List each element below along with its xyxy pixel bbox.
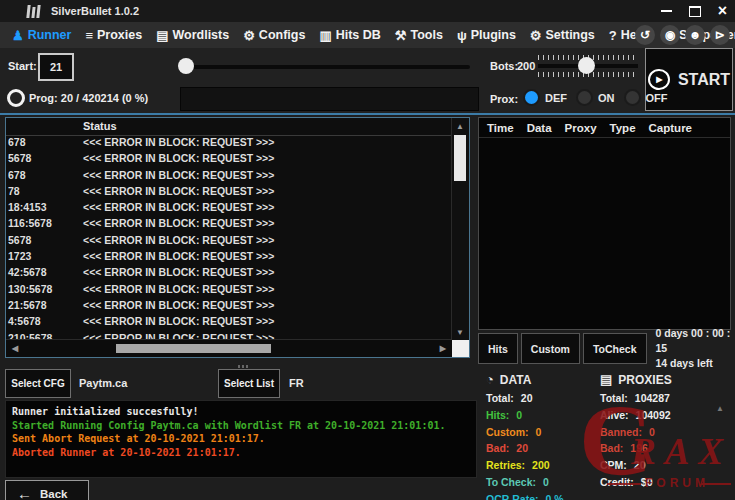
prox-label: Prox: [490,93,518,105]
history-icon[interactable]: ↺ [635,25,655,45]
start-slider-thumb[interactable] [178,58,194,74]
menu-item-label: Proxies [97,28,142,42]
stat-label: To Check: [486,476,536,488]
data-panel-rows: Total: 20 Hits: 0 Custom: 0 Bad: 20 [486,392,598,500]
horizontal-scrollbar[interactable]: ◀ ▶ [6,339,452,357]
start-button-label: START [678,71,730,89]
menu-item[interactable]: ▥ Hits DB [312,28,387,43]
select-wordlist-button[interactable]: Select List [218,369,280,398]
result-row[interactable]: 21:5678 <<< ERROR IN BLOCK: REQUEST >>> [6,298,452,314]
menu-item[interactable]: ≡ Proxies [78,28,149,43]
hits-filter-button[interactable]: ToCheck [583,333,647,364]
start-input[interactable]: 21 [38,53,74,81]
result-row-status: <<< ERROR IN BLOCK: REQUEST >>> [83,152,274,164]
menu-item[interactable]: ⚒ Tools [388,28,450,43]
result-row[interactable]: 116:5678 <<< ERROR IN BLOCK: REQUEST >>> [6,216,452,232]
radio-icon [523,89,540,106]
scroll-up-icon[interactable]: ▲ [456,122,464,131]
person-icon: ♟ [12,28,24,43]
menu-item[interactable]: ψ Plugins [450,28,523,43]
tools-icon: ⚒ [395,28,407,43]
window-title: SilverBullet 1.0.2 [51,5,139,17]
result-row[interactable]: 5678 <<< ERROR IN BLOCK: REQUEST >>> [6,151,452,167]
progress-spinner-icon [7,89,25,107]
prox-radio-label: DEF [545,92,567,104]
splitter-handle[interactable] [238,365,250,368]
results-grid-rows: 678 <<< ERROR IN BLOCK: REQUEST >>> 5678… [6,135,452,340]
result-row[interactable]: 18:4153 <<< ERROR IN BLOCK: REQUEST >>> [6,200,452,216]
stat-label: Hits: [486,409,509,421]
hits-column-header: Time [487,122,514,134]
quick-buttons: ↺ ◉ ☻ ⊳ [635,25,730,45]
log-line: Sent Abort Request at 20-10-2021 21:01:1… [12,432,470,446]
progress-bar [180,87,479,111]
menu-item[interactable]: ⚙ Configs [236,28,312,43]
camera-icon[interactable]: ◉ [660,25,680,45]
prox-radio-label: OFF [646,92,668,104]
result-row[interactable]: 130:5678 <<< ERROR IN BLOCK: REQUEST >>> [6,282,452,298]
stat-row: Bad: 196 [600,442,734,459]
stat-label: Bad: [486,442,509,454]
selected-wordlist-value: FR [289,377,304,389]
result-row[interactable]: 42:5678 <<< ERROR IN BLOCK: REQUEST >>> [6,265,452,281]
help-icon: ? [609,28,617,43]
back-button[interactable]: ← Back [5,480,89,500]
menu-items: ♟ Runner ≡ Proxies ▤ Wordlists ⚙ Configs [5,22,735,48]
stat-value: 200 [532,459,550,471]
pages-icon: ▤ [156,28,168,43]
maximize-button[interactable] [689,6,701,17]
hits-filter-button[interactable]: Hits [478,333,518,364]
stat-row: CPM: 20 [600,459,734,476]
prox-radio-option[interactable]: ON [576,89,615,106]
result-row[interactable]: 5678 <<< ERROR IN BLOCK: REQUEST >>> [6,233,452,249]
result-row-value: 18:4153 [8,201,47,213]
prox-radio-group: DEF ON OFF [523,89,668,106]
data-panel-header: ◔ DATA [486,372,598,387]
data-panel: ◔ DATA Total: 20 Hits: 0 Custom: 0 [486,372,598,500]
progress-text: Prog: 20 / 420214 (0 %) [29,92,148,104]
bots-slider-thumb[interactable] [578,57,595,74]
result-row[interactable]: 1723 <<< ERROR IN BLOCK: REQUEST >>> [6,249,452,265]
license-days-left: 14 days left [656,356,734,371]
close-button[interactable]: × [718,4,727,18]
menu-item[interactable]: ♟ Runner [5,28,78,43]
scroll-left-icon[interactable]: ◀ [12,344,18,353]
hits-filter-button[interactable]: Custom [521,333,580,364]
horizontal-scrollbar-thumb[interactable] [116,344,271,353]
proxies-panel-title: PROXIES [618,373,671,387]
minimize-button[interactable] [661,10,672,12]
menu-item-label: Hits DB [336,28,381,42]
result-row[interactable]: 678 <<< ERROR IN BLOCK: REQUEST >>> [6,168,452,184]
menu-item[interactable]: ▤ Wordlists [149,28,236,43]
discord-icon[interactable]: ☻ [685,25,705,45]
vertical-scrollbar-thumb[interactable] [454,135,466,181]
stat-value: 0 [536,426,542,438]
telegram-icon[interactable]: ⊳ [710,25,730,45]
stat-value: $0 [641,476,653,488]
prox-radio-option[interactable]: DEF [523,89,567,106]
bots-label: Bots: [490,60,518,72]
scroll-down-icon[interactable]: ▼ [456,328,464,337]
stat-row: Credit: $0 [600,476,734,493]
result-row[interactable]: 678 <<< ERROR IN BLOCK: REQUEST >>> [6,135,452,151]
back-arrow-icon: ← [17,485,32,500]
prox-radio-option[interactable]: OFF [624,89,668,106]
result-row-status: <<< ERROR IN BLOCK: REQUEST >>> [83,266,274,278]
vertical-scrollbar[interactable]: ▲ ▼ [451,118,469,340]
menu-item-label: Wordlists [172,28,229,42]
hits-column-header: Proxy [565,122,597,134]
menu-item[interactable]: ⚙ Settings [523,28,602,43]
start-slider-track[interactable] [178,65,470,69]
result-row[interactable]: 78 <<< ERROR IN BLOCK: REQUEST >>> [6,184,452,200]
result-row[interactable]: 4:5678 <<< ERROR IN BLOCK: REQUEST >>> [6,314,452,330]
stat-value: 20 [516,442,528,454]
scroll-right-icon[interactable]: ▶ [440,344,446,353]
stat-row: Alive: 104092 [600,409,734,426]
stat-row: OCR Rate: 0 % [486,493,598,500]
stat-label: Bad: [600,442,623,454]
result-row-status: <<< ERROR IN BLOCK: REQUEST >>> [83,250,274,262]
results-grid: Status 678 <<< ERROR IN BLOCK: REQUEST >… [5,117,470,358]
select-config-button[interactable]: Select CFG [5,369,71,398]
gear-icon: ⚙ [243,28,255,43]
stat-value: 20 [634,459,646,471]
